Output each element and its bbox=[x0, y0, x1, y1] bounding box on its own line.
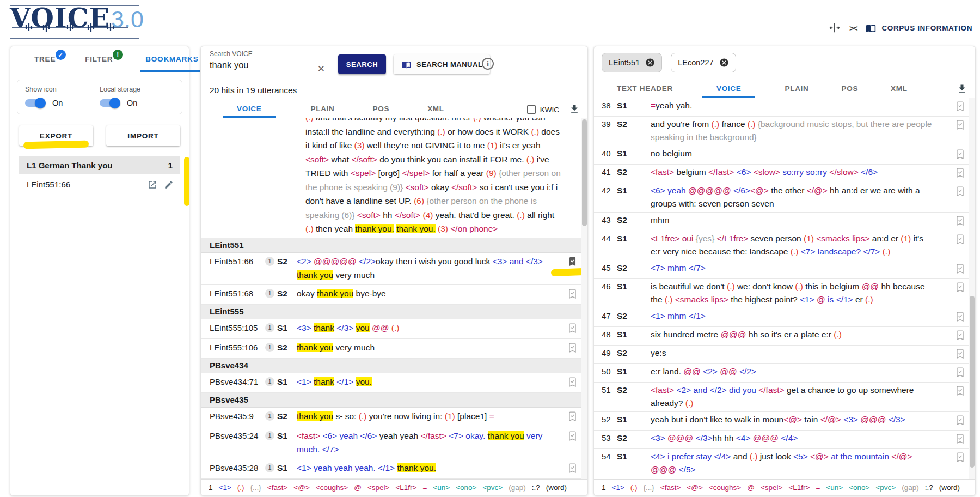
result-row[interactable]: PBsve435:91S2thank you s- so: (.) you're… bbox=[201, 408, 587, 427]
bookmark-check-icon[interactable] bbox=[955, 366, 965, 378]
tab-results-pos[interactable]: POS bbox=[370, 105, 393, 118]
tab-results-plain[interactable]: PLAIN bbox=[308, 105, 338, 118]
text-scrollbar[interactable] bbox=[969, 98, 975, 479]
utterance-row[interactable]: 53S2<3> @@@ </3>hh hh <4> @@@ </4> bbox=[594, 431, 975, 449]
tab-text-pos[interactable]: POS bbox=[838, 84, 861, 98]
local-storage-toggle[interactable] bbox=[100, 99, 119, 107]
bookmark-check-icon[interactable] bbox=[567, 410, 578, 422]
info-icon[interactable]: i bbox=[482, 58, 494, 70]
bookmark-check-icon[interactable] bbox=[955, 215, 965, 227]
utterance-row[interactable]: 40S1no belgium bbox=[594, 146, 975, 165]
utterance-row[interactable]: 52S1yeah but i don't like to walk in mou… bbox=[594, 412, 975, 431]
download-icon[interactable] bbox=[569, 104, 580, 114]
import-button[interactable]: IMPORT bbox=[106, 125, 180, 146]
utterance-number: 54 bbox=[594, 450, 617, 463]
result-row[interactable]: LEint551:681S2okay thank you bye-bye bbox=[201, 285, 587, 305]
tab-results-voice[interactable]: VOICE bbox=[223, 105, 276, 118]
bookmark-check-icon[interactable] bbox=[955, 451, 965, 463]
tab-text-xml[interactable]: XML bbox=[887, 84, 911, 98]
search-button[interactable]: SEARCH bbox=[338, 54, 386, 74]
utterance-row[interactable]: 50S1e:r land. @@ <2> @@ </2> bbox=[594, 364, 975, 383]
close-icon[interactable] bbox=[645, 58, 655, 68]
bookmark-group-header[interactable]: L1 German Thank you 1 bbox=[19, 156, 180, 174]
bookmark-check-icon[interactable] bbox=[567, 342, 578, 354]
bookmark-check-icon[interactable] bbox=[955, 414, 965, 426]
utterance-text: no belgium bbox=[651, 147, 934, 160]
result-row[interactable]: LEint551:661S2<2> @@@@@ </2>okay then i … bbox=[201, 253, 587, 285]
clear-search-icon[interactable]: ✕ bbox=[317, 63, 325, 75]
bookmark-check-icon[interactable] bbox=[955, 311, 965, 323]
result-row[interactable]: LEint555:1051S1<3> thank </3> you @@ (.) bbox=[201, 319, 587, 339]
utterance-row[interactable]: 46S1is beautiful we don't (.) we: don't … bbox=[594, 279, 975, 308]
bookmark-checked-icon[interactable] bbox=[567, 256, 578, 268]
tab-text-voice[interactable]: VOICE bbox=[702, 84, 756, 98]
utterance-row[interactable]: 45S2<7> mhm </7> bbox=[594, 260, 975, 279]
utterance-row[interactable]: 44S1<L1fre> oui {yes} </L1fre> seven per… bbox=[594, 231, 975, 260]
text-segment: <@> bbox=[810, 452, 829, 461]
tab-text-header[interactable]: TEXT HEADER bbox=[614, 84, 676, 98]
chip-lecon227[interactable]: LEcon227 bbox=[671, 53, 736, 72]
result-row[interactable]: LEint555:1061S2thank you very much bbox=[201, 339, 587, 359]
result-row[interactable]: PBsve434:711S1<1> thank </1> you. bbox=[201, 373, 587, 393]
utterance-row[interactable]: 47S2<1> mhm </1> bbox=[594, 308, 975, 327]
search-manual-button[interactable]: SEARCH MANUAL bbox=[394, 54, 490, 74]
text-segment: <fast> bbox=[297, 431, 320, 440]
show-icon-toggle[interactable] bbox=[25, 99, 45, 107]
collapse-panels-icon[interactable]: >< bbox=[849, 23, 857, 33]
utterance-row[interactable]: 38S1=yeah yah. bbox=[594, 98, 975, 117]
bookmark-check-icon[interactable] bbox=[955, 119, 965, 131]
utterance-number: 47 bbox=[594, 310, 617, 323]
result-row[interactable]: PBsve435:241S1<fast> <6> yeah </6> yeah … bbox=[201, 427, 587, 459]
kwic-checkbox[interactable] bbox=[527, 105, 536, 114]
bookmark-check-icon[interactable] bbox=[955, 329, 965, 341]
bookmark-check-icon[interactable] bbox=[955, 167, 965, 179]
scrollbar-thumb[interactable] bbox=[970, 296, 975, 468]
bookmark-check-icon[interactable] bbox=[955, 281, 965, 293]
bookmark-item[interactable]: LEint551:66 bbox=[19, 174, 180, 195]
corpus-information-button[interactable]: CORPUS INFORMATION bbox=[865, 23, 972, 33]
utterance-row[interactable]: 41S2<fast> belgium </fast> <6> <slow> so… bbox=[594, 165, 975, 183]
bookmark-check-icon[interactable] bbox=[955, 348, 965, 360]
utterance-row[interactable]: 43S2mhm bbox=[594, 213, 975, 231]
text-segment: six hundred metre bbox=[651, 330, 720, 339]
export-button[interactable]: EXPORT bbox=[19, 125, 93, 146]
utterance-row[interactable]: 49S2ye:s bbox=[594, 346, 975, 364]
utterance-row[interactable]: 42S1<6> yeah @@@@@ </6><@> the other </@… bbox=[594, 183, 975, 213]
result-row[interactable]: PBsve435:281S1<1> yeah yeah yeah. </1> t… bbox=[201, 459, 587, 479]
split-view-icon[interactable] bbox=[829, 22, 841, 34]
bookmark-check-icon[interactable] bbox=[567, 430, 578, 442]
bookmark-check-icon[interactable] bbox=[955, 263, 965, 275]
scrollbar-thumb[interactable] bbox=[582, 119, 587, 226]
open-in-new-icon[interactable] bbox=[148, 180, 157, 190]
text-segment: (.) bbox=[727, 282, 735, 291]
utterance-row[interactable]: 55S2<5> @ hh @@ <@> i see: </@> hh </5> … bbox=[594, 478, 975, 479]
utterance-text: <1> thank </1> you. bbox=[297, 375, 553, 389]
bookmark-check-icon[interactable] bbox=[955, 100, 965, 112]
search-input[interactable]: Search VOICE thank you ✕ bbox=[210, 50, 325, 74]
bookmark-check-icon[interactable] bbox=[955, 148, 965, 160]
utterance-row[interactable]: 54S1<4> i prefer stay </4> and (.) just … bbox=[594, 449, 975, 478]
bookmark-check-icon[interactable] bbox=[567, 288, 578, 300]
edit-pencil-icon[interactable] bbox=[164, 180, 174, 190]
text-segment: @@@ bbox=[720, 330, 746, 339]
utterance-row[interactable]: 39S2and you're from (.) france (.) {back… bbox=[594, 117, 975, 146]
bookmark-check-icon[interactable] bbox=[567, 376, 578, 388]
tab-results-xml[interactable]: XML bbox=[424, 105, 448, 118]
tab-text-plain[interactable]: PLAIN bbox=[781, 84, 812, 98]
bookmark-check-icon[interactable] bbox=[955, 385, 965, 397]
tab-bookmarks[interactable]: BOOKMARKS bbox=[140, 55, 204, 72]
tab-tree[interactable]: TREE ✓ bbox=[32, 55, 58, 72]
close-icon[interactable] bbox=[719, 58, 729, 68]
utterance-row[interactable]: 48S1six hundred metre @@@ hh so it's er … bbox=[594, 327, 975, 346]
download-icon[interactable] bbox=[957, 83, 967, 94]
bookmark-check-icon[interactable] bbox=[955, 185, 965, 197]
results-scrollbar[interactable] bbox=[581, 118, 587, 479]
bookmark-check-icon[interactable] bbox=[567, 462, 578, 474]
utterance-row[interactable]: 51S2<fast> <2> and </2> did you </fast> … bbox=[594, 383, 975, 412]
kwic-option[interactable]: KWIC bbox=[527, 105, 559, 118]
bookmark-check-icon[interactable] bbox=[567, 322, 578, 334]
bookmark-check-icon[interactable] bbox=[955, 233, 965, 245]
tab-filter[interactable]: FILTER ! bbox=[83, 55, 115, 72]
chip-leint551[interactable]: LEint551 bbox=[602, 53, 662, 72]
bookmark-check-icon[interactable] bbox=[955, 433, 965, 445]
